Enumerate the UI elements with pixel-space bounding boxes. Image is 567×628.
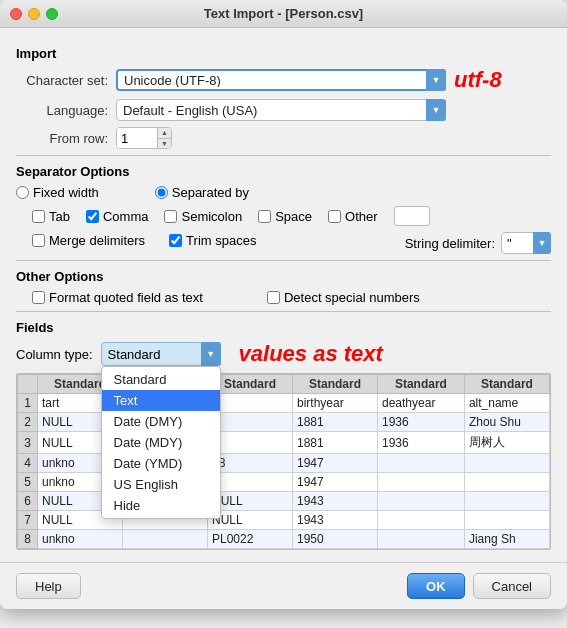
space-checkbox-label[interactable]: Space (258, 209, 312, 224)
col-header-num (18, 375, 38, 394)
semicolon-checkbox-label[interactable]: Semicolon (164, 209, 242, 224)
table-cell: Zhou Shu (464, 413, 549, 432)
close-button[interactable] (10, 8, 22, 20)
maximize-button[interactable] (46, 8, 58, 20)
values-annotation: values as text (239, 341, 383, 367)
detect-special-label[interactable]: Detect special numbers (267, 290, 420, 305)
spinner-up[interactable]: ▲ (158, 128, 171, 139)
merge-delimiters-checkbox[interactable] (32, 234, 45, 247)
other-text-input[interactable] (394, 206, 430, 226)
string-delimiter-section: String delimiter: " ▼ (405, 232, 551, 254)
space-checkbox[interactable] (258, 210, 271, 223)
minimize-button[interactable] (28, 8, 40, 20)
window-title: Text Import - [Person.csv] (204, 6, 363, 21)
table-row: 3NULLNULL18811936周树人 (18, 432, 550, 454)
data-table: Standard Standard Standard Standard Stan… (17, 374, 550, 549)
table-cell (378, 473, 465, 492)
table-row: 5unknounkno1947 (18, 473, 550, 492)
data-table-wrapper: Standard Standard Standard Standard Stan… (16, 373, 551, 550)
column-type-dropdown[interactable]: Standard Text Date (DMY) Date (MDY) Date… (101, 366, 221, 519)
semicolon-checkbox[interactable] (164, 210, 177, 223)
row-number: 2 (18, 413, 38, 432)
table-cell: 1947 (293, 473, 378, 492)
title-bar: Text Import - [Person.csv] (0, 0, 567, 28)
language-label: Language: (16, 103, 116, 118)
tab-label: Tab (49, 209, 70, 224)
table-cell: Jiang Sh (464, 530, 549, 549)
language-select-wrapper: Default - English (USA) ▼ (116, 99, 446, 121)
delimiter-select-wrapper: " ▼ (501, 232, 551, 254)
table-row: 6NULLNULL1943 (18, 492, 550, 511)
table-cell: 1947 (293, 454, 378, 473)
table-cell (378, 530, 465, 549)
row-number: 5 (18, 473, 38, 492)
semicolon-label: Semicolon (181, 209, 242, 224)
language-select[interactable]: Default - English (USA) (116, 99, 446, 121)
spinner-down[interactable]: ▼ (158, 139, 171, 149)
dropdown-item-date-ymd[interactable]: Date (YMD) (102, 453, 220, 474)
space-label: Space (275, 209, 312, 224)
dropdown-item-us-english[interactable]: US English (102, 474, 220, 495)
delimiter-select[interactable]: " (501, 232, 551, 254)
table-cell: 1943 (293, 511, 378, 530)
table-cell: unkno (38, 530, 123, 549)
dropdown-item-text[interactable]: Text (102, 390, 220, 411)
separator-type-row: Fixed width Separated by (16, 185, 551, 200)
table-cell: 周树人 (464, 432, 549, 454)
from-row-label: From row: (16, 131, 116, 146)
table-cell (464, 473, 549, 492)
row-number: 1 (18, 394, 38, 413)
merge-delimiters-label[interactable]: Merge delimiters (32, 233, 145, 248)
cancel-button[interactable]: Cancel (473, 573, 551, 599)
column-type-select[interactable]: Standard Text Date (DMY) Date (MDY) Date… (101, 342, 221, 366)
row-number: 7 (18, 511, 38, 530)
fields-section-title: Fields (16, 320, 551, 335)
tab-checkbox[interactable] (32, 210, 45, 223)
table-cell: 1950 (293, 530, 378, 549)
table-cell (378, 454, 465, 473)
help-button[interactable]: Help (16, 573, 81, 599)
content-area: Import Character set: Unicode (UTF-8) ▼ … (0, 28, 567, 562)
dropdown-item-date-dmy[interactable]: Date (DMY) (102, 411, 220, 432)
table-cell (378, 492, 465, 511)
table-body: 1tartrustbirthyeardeathyearalt_name2NULL… (18, 394, 550, 549)
comma-checkbox-label[interactable]: Comma (86, 209, 149, 224)
language-row: Language: Default - English (USA) ▼ (16, 99, 551, 121)
dropdown-item-date-mdy[interactable]: Date (MDY) (102, 432, 220, 453)
tab-checkbox-label[interactable]: Tab (32, 209, 70, 224)
table-cell: deathyear (378, 394, 465, 413)
col-header-5: Standard (378, 375, 465, 394)
table-cell (464, 454, 549, 473)
table-cell (464, 492, 549, 511)
table-row: 8unknoPL00221950Jiang Sh (18, 530, 550, 549)
trim-spaces-label[interactable]: Trim spaces (169, 233, 256, 248)
from-row-input[interactable]: 1 (117, 128, 157, 148)
format-quoted-label[interactable]: Format quoted field as text (32, 290, 203, 305)
table-cell (464, 511, 549, 530)
table-row: 1tartrustbirthyeardeathyearalt_name (18, 394, 550, 413)
charset-select[interactable]: Unicode (UTF-8) (116, 69, 446, 91)
table-row: 7NULLNULL1943 (18, 511, 550, 530)
other-checkbox[interactable] (328, 210, 341, 223)
separated-by-radio[interactable] (155, 186, 168, 199)
detect-special-checkbox[interactable] (267, 291, 280, 304)
trim-spaces-checkbox[interactable] (169, 234, 182, 247)
dropdown-item-standard[interactable]: Standard (102, 369, 220, 390)
comma-checkbox[interactable] (86, 210, 99, 223)
column-type-container: Standard Text Date (DMY) Date (MDY) Date… (101, 342, 221, 366)
import-section-title: Import (16, 46, 551, 61)
format-quoted-checkbox[interactable] (32, 291, 45, 304)
table-row: 4unknounkno081947 (18, 454, 550, 473)
row-number: 8 (18, 530, 38, 549)
fixed-width-radio-label[interactable]: Fixed width (16, 185, 99, 200)
ok-button[interactable]: OK (407, 573, 465, 599)
separated-by-radio-label[interactable]: Separated by (155, 185, 249, 200)
table-cell: PL0022 (208, 530, 293, 549)
trim-spaces-text: Trim spaces (186, 233, 256, 248)
fixed-width-radio[interactable] (16, 186, 29, 199)
row-number: 6 (18, 492, 38, 511)
separated-by-label: Separated by (172, 185, 249, 200)
other-checkbox-label[interactable]: Other (328, 209, 378, 224)
dropdown-item-hide[interactable]: Hide (102, 495, 220, 516)
table-cell: alt_name (464, 394, 549, 413)
